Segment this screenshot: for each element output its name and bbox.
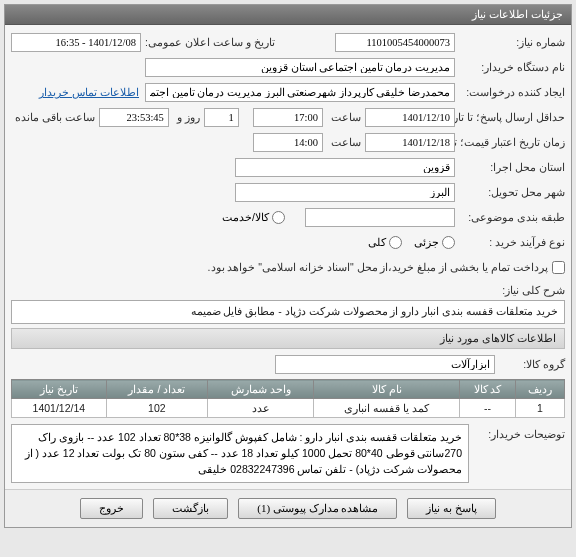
validity-date-field[interactable]: [365, 133, 455, 152]
goods-group-field[interactable]: [275, 355, 495, 374]
th-code: کد کالا: [460, 380, 516, 399]
label-packaging: طبقه بندی موضوعی:: [455, 211, 565, 223]
label-goods-group: گروه کالا:: [495, 358, 565, 370]
th-row: ردیف: [515, 380, 564, 399]
attachments-button[interactable]: مشاهده مدارک پیوستی (1): [238, 498, 397, 519]
label-province: استان محل اجرا:: [455, 161, 565, 173]
label-deadline: حداقل ارسال پاسخ؛ تا تاریخ:: [455, 111, 565, 123]
label-remaining: ساعت باقی مانده: [11, 111, 95, 123]
deadline-date-field[interactable]: [365, 108, 455, 127]
label-requester: ایجاد کننده درخواست:: [455, 86, 565, 98]
announce-datetime-field[interactable]: [11, 33, 141, 52]
time-remaining-field[interactable]: [99, 108, 169, 127]
label-announce-datetime: تاریخ و ساعت اعلان عمومی:: [141, 36, 275, 48]
th-unit: واحد شمارش: [208, 380, 314, 399]
cell-code: --: [460, 399, 516, 418]
radio-service[interactable]: کالا/خدمت: [222, 211, 285, 224]
radio-full-label: کلی: [368, 236, 386, 248]
goods-table: ردیف کد کالا نام کالا واحد شمارش تعداد /…: [11, 379, 565, 418]
th-name: نام کالا: [314, 380, 460, 399]
label-city: شهر محل تحویل:: [455, 186, 565, 198]
buyer-notes-box: خرید متعلقات قفسه بندی انبار دارو : شامل…: [11, 424, 469, 483]
label-need-desc: شرح کلی نیاز:: [498, 284, 565, 296]
radio-service-input[interactable]: [272, 211, 285, 224]
requester-field[interactable]: [145, 83, 455, 102]
contact-info-link[interactable]: اطلاعات تماس خریدار: [39, 86, 139, 98]
label-time-1: ساعت: [327, 111, 361, 123]
purchase-type-group: جزئی کلی: [368, 236, 455, 249]
table-row[interactable]: 1 -- کمد یا قفسه انباری عدد 102 1401/12/…: [12, 399, 565, 418]
buyer-device-field[interactable]: [145, 58, 455, 77]
cell-date: 1401/12/14: [12, 399, 107, 418]
label-buyer-notes: توضیحات خریدار:: [475, 424, 565, 440]
th-date: تاریخ نیاز: [12, 380, 107, 399]
need-desc-box: خرید متعلقات قفسه بندی انبار دارو از محص…: [11, 300, 565, 324]
back-button[interactable]: بازگشت: [153, 498, 228, 519]
payment-checkbox[interactable]: [552, 261, 565, 274]
label-time-2: ساعت: [327, 136, 361, 148]
packaging-field[interactable]: [305, 208, 455, 227]
deadline-time-field[interactable]: [253, 108, 323, 127]
payment-note: پرداخت تمام یا بخشی از مبلغ خرید،از محل …: [208, 261, 548, 273]
exit-button[interactable]: خروج: [80, 498, 143, 519]
days-remaining-field[interactable]: [204, 108, 239, 127]
city-field[interactable]: [235, 183, 455, 202]
label-validity: زمان تاریخ اعتبار قیمت؛ تا تاریخ:: [455, 136, 565, 148]
cell-qty: 102: [106, 399, 207, 418]
cell-unit: عدد: [208, 399, 314, 418]
validity-time-field[interactable]: [253, 133, 323, 152]
label-day-and: روز و: [173, 111, 200, 123]
panel-title: جزئیات اطلاعات نیاز: [5, 5, 571, 25]
cell-name: کمد یا قفسه انباری: [314, 399, 460, 418]
radio-partial-label: جزئی: [414, 236, 439, 248]
province-field[interactable]: [235, 158, 455, 177]
radio-partial[interactable]: جزئی: [414, 236, 455, 249]
payment-checkbox-row[interactable]: پرداخت تمام یا بخشی از مبلغ خرید،از محل …: [208, 261, 565, 274]
radio-full[interactable]: کلی: [368, 236, 402, 249]
goods-info-title: اطلاعات کالاهای مورد نیاز: [11, 328, 565, 349]
footer-buttons: پاسخ به نیاز مشاهده مدارک پیوستی (1) باز…: [5, 489, 571, 527]
need-number-field[interactable]: [335, 33, 455, 52]
th-qty: تعداد / مقدار: [106, 380, 207, 399]
radio-partial-input[interactable]: [442, 236, 455, 249]
form-body: شماره نیاز: تاریخ و ساعت اعلان عمومی: نا…: [5, 25, 571, 489]
radio-service-label: کالا/خدمت: [222, 211, 269, 223]
respond-button[interactable]: پاسخ به نیاز: [407, 498, 496, 519]
cell-row: 1: [515, 399, 564, 418]
need-details-panel: جزئیات اطلاعات نیاز شماره نیاز: تاریخ و …: [4, 4, 572, 528]
label-need-number: شماره نیاز:: [455, 36, 565, 48]
radio-full-input[interactable]: [389, 236, 402, 249]
label-buyer-device: نام دستگاه خریدار:: [455, 61, 565, 73]
label-purchase-type: نوع فرآیند خرید :: [455, 236, 565, 248]
